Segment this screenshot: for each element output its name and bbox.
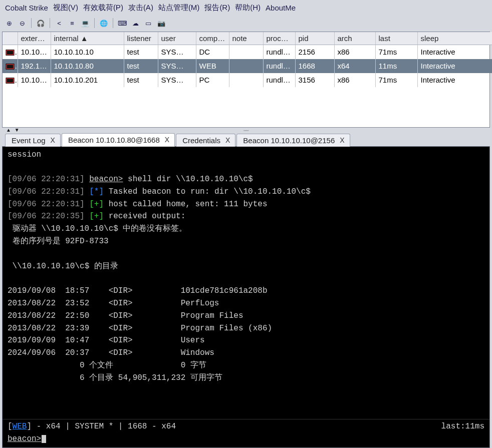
console-prompt[interactable]: beacon> bbox=[3, 433, 489, 447]
tab-1[interactable]: Beacon 10.10.10.80@1668X bbox=[62, 133, 175, 147]
col-header-4[interactable]: user bbox=[158, 32, 196, 45]
tab-label: Beacon 10.10.10.80@1668 bbox=[68, 136, 160, 144]
console-line: [09/06 22:20:31] beacon> shell dir \\10.… bbox=[8, 173, 484, 186]
timestamp: [09/06 22:20:31] bbox=[8, 200, 85, 209]
plus-circle-icon[interactable]: ⊕ bbox=[3, 18, 15, 29]
close-icon[interactable]: X bbox=[165, 136, 169, 144]
status-host: WEB bbox=[13, 422, 27, 431]
console-line bbox=[8, 384, 484, 397]
cell-pid: 2156 bbox=[295, 45, 334, 59]
console-line bbox=[8, 161, 484, 173]
cell-sleep: Interactive bbox=[417, 73, 492, 87]
col-header-9[interactable]: arch bbox=[334, 32, 375, 45]
session-icon bbox=[6, 77, 15, 84]
cell-internal: 10.10.10.201 bbox=[51, 73, 124, 87]
table-body: 10.10…10.10.10.10testSYS…DCrundl…2156x86… bbox=[3, 45, 492, 87]
console-line: \\10.10.10.10\c$ 的目录 bbox=[8, 260, 484, 273]
menu-item-0[interactable]: Cobalt Strike bbox=[4, 3, 49, 13]
keyboard2-icon[interactable]: ▭ bbox=[142, 18, 154, 29]
cell-arch: x86 bbox=[334, 45, 375, 59]
cell-computer: DC bbox=[196, 45, 229, 59]
table-row[interactable]: 10.10…10.10.10.10testSYS…DCrundl…2156x86… bbox=[3, 45, 492, 59]
console-line: 2024/09/06 20:37 <DIR> Windows bbox=[8, 347, 484, 359]
col-header-0[interactable] bbox=[3, 32, 18, 45]
splitter[interactable]: ▲ ▼ ┄┄ bbox=[0, 128, 492, 133]
table-header-row: exter…internal ▲listenerusercomp…notepro… bbox=[3, 32, 492, 45]
menu-item-4[interactable]: 站点管理(M) bbox=[157, 2, 201, 14]
plus-tag: [+] bbox=[89, 200, 104, 209]
cell-user: SYS… bbox=[158, 45, 196, 59]
cell-note bbox=[229, 59, 263, 73]
cell-sleep: Interactive bbox=[417, 45, 492, 59]
prompt-label: beacon> bbox=[8, 434, 41, 443]
col-header-10[interactable]: last bbox=[375, 32, 417, 45]
camera-icon[interactable]: 📷 bbox=[155, 18, 167, 29]
tab-2[interactable]: CredentialsX bbox=[176, 134, 235, 147]
keyboard-icon[interactable]: ⌨ bbox=[116, 18, 128, 29]
col-header-1[interactable]: exter… bbox=[18, 32, 51, 45]
table-row[interactable]: 10.10…10.10.10.201testSYS…PCrundl…3156x8… bbox=[3, 73, 492, 87]
cloud-download-icon[interactable]: ☁ bbox=[129, 18, 141, 29]
cell-pid: 3156 bbox=[295, 73, 334, 87]
cell-last: 71ms bbox=[375, 45, 417, 59]
col-header-6[interactable]: note bbox=[229, 32, 263, 45]
status-rest: ] - x64 | SYSTEM * | 1668 - x64 bbox=[27, 422, 176, 431]
beacon-console: session[09/06 22:20:31] beacon> shell di… bbox=[2, 147, 490, 449]
console-line bbox=[8, 272, 484, 285]
console-line: 驱动器 \\10.10.10.10\c$ 中的卷没有标签。 bbox=[8, 223, 484, 235]
toolbar-separator bbox=[50, 18, 50, 28]
menu-item-3[interactable]: 攻击(A) bbox=[127, 2, 154, 14]
timestamp: [09/06 22:20:31] bbox=[8, 175, 85, 184]
col-header-3[interactable]: listener bbox=[124, 32, 158, 45]
sessions-panel: exter…internal ▲listenerusercomp…notepro… bbox=[2, 32, 490, 128]
tabstrip: Event LogXBeacon 10.10.10.80@1668XCreden… bbox=[2, 133, 490, 147]
col-header-7[interactable]: proc… bbox=[263, 32, 295, 45]
cell-user: SYS… bbox=[158, 73, 196, 87]
cell-note bbox=[229, 45, 263, 59]
col-header-11[interactable]: sleep bbox=[417, 32, 492, 45]
cell-last: 71ms bbox=[375, 73, 417, 87]
minus-circle-icon[interactable]: ⊖ bbox=[16, 18, 28, 29]
table-row[interactable]: 192.1…10.10.10.80testSYS…WEBrundl…1668x6… bbox=[3, 59, 492, 73]
menu-item-5[interactable]: 报告(R) bbox=[203, 2, 231, 14]
close-icon[interactable]: X bbox=[225, 136, 230, 144]
svg-rect-5 bbox=[7, 79, 14, 82]
cell-listener: test bbox=[124, 59, 158, 73]
menu-item-1[interactable]: 视图(V) bbox=[52, 2, 79, 14]
list-icon[interactable]: ≡ bbox=[66, 18, 78, 29]
headphones-icon[interactable]: 🎧 bbox=[35, 18, 47, 29]
menu-item-6[interactable]: 帮助(H) bbox=[234, 2, 262, 14]
close-icon[interactable]: X bbox=[340, 136, 344, 144]
laptop-icon[interactable]: 💻 bbox=[79, 18, 91, 29]
timestamp: [09/06 22:20:31] bbox=[8, 187, 85, 196]
console-statusbar: [WEB] - x64 | SYSTEM * | 1668 - x64 last… bbox=[3, 419, 489, 433]
svg-rect-1 bbox=[7, 51, 14, 55]
menu-item-2[interactable]: 有效载荷(P) bbox=[82, 2, 124, 14]
console-line bbox=[8, 248, 484, 260]
status-bracket: [ bbox=[8, 422, 13, 431]
tab-label: Credentials bbox=[182, 136, 220, 145]
col-header-2[interactable]: internal ▲ bbox=[51, 32, 124, 45]
menu-item-7[interactable]: AboutMe bbox=[265, 3, 297, 13]
col-header-8[interactable]: pid bbox=[295, 32, 334, 45]
cell-pid: 1668 bbox=[295, 59, 334, 73]
console-line: 2013/08/22 23:39 <DIR> Program Files (x8… bbox=[8, 322, 484, 335]
tab-0[interactable]: Event LogX bbox=[5, 134, 61, 147]
console-line: 0 个文件 0 字节 bbox=[8, 359, 484, 372]
console-output[interactable]: session[09/06 22:20:31] beacon> shell di… bbox=[3, 147, 489, 419]
close-icon[interactable]: X bbox=[51, 136, 55, 144]
col-header-5[interactable]: comp… bbox=[196, 32, 229, 45]
cell-listener: test bbox=[124, 73, 158, 87]
cell-process: rundl… bbox=[263, 73, 295, 87]
cell-arch: x86 bbox=[334, 73, 375, 87]
globe-icon[interactable]: 🌐 bbox=[98, 18, 110, 29]
sessions-table[interactable]: exter…internal ▲listenerusercomp…notepro… bbox=[3, 32, 492, 87]
cell-external: 10.10… bbox=[18, 45, 51, 59]
cell-external: 10.10… bbox=[18, 73, 51, 87]
cell-internal: 10.10.10.10 bbox=[51, 45, 124, 59]
share-icon[interactable]: < bbox=[53, 18, 65, 29]
cell-note bbox=[229, 73, 263, 87]
menubar: Cobalt Strike视图(V)有效载荷(P)攻击(A)站点管理(M)报告(… bbox=[0, 0, 492, 16]
tab-3[interactable]: Beacon 10.10.10.10@2156X bbox=[236, 134, 350, 147]
timestamp: [09/06 22:20:35] bbox=[8, 212, 85, 221]
